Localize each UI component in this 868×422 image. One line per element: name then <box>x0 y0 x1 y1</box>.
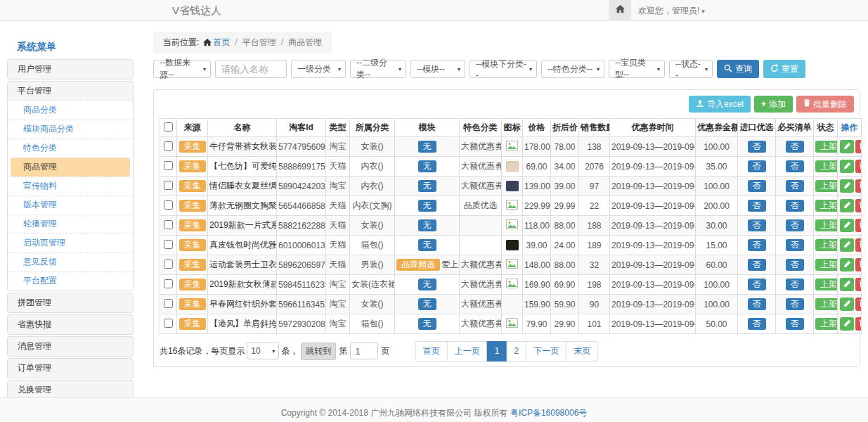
delete-button[interactable] <box>855 278 862 291</box>
page-button-1[interactable]: 1 <box>487 341 507 362</box>
status-badge[interactable]: 上架 <box>815 160 838 172</box>
filter-select[interactable]: --数据来源--▾ <box>153 60 211 78</box>
delete-button[interactable] <box>855 317 862 331</box>
row-checkbox[interactable] <box>164 279 173 288</box>
must-buy-badge[interactable]: 否 <box>786 298 804 310</box>
sidebar-item[interactable]: 意见反馈 <box>8 252 133 271</box>
sidebar-group-header[interactable]: 消息管理 <box>8 337 133 356</box>
reset-button[interactable]: 重置 <box>763 60 805 78</box>
filter-select[interactable]: --宝贝类型--▾ <box>609 60 665 78</box>
page-button-下一页[interactable]: 下一页 <box>526 341 566 362</box>
must-buy-badge[interactable]: 否 <box>786 180 804 192</box>
import-badge[interactable]: 否 <box>748 219 766 231</box>
sidebar-item[interactable]: 轮播管理 <box>8 215 133 234</box>
filter-select[interactable]: --模块下分类--▾ <box>469 60 537 78</box>
filter-select[interactable]: --状态--▾ <box>669 60 713 78</box>
search-button[interactable]: 查询 <box>717 60 759 78</box>
edit-button[interactable] <box>840 238 854 252</box>
edit-button[interactable] <box>840 317 854 331</box>
sidebar-item[interactable]: 版本管理 <box>8 196 133 215</box>
per-page-select[interactable]: 10▾ <box>247 343 279 359</box>
filter-select[interactable]: --二级分类--▾ <box>350 60 406 78</box>
row-checkbox[interactable] <box>164 200 173 210</box>
status-badge[interactable]: 上架 <box>815 279 838 290</box>
row-checkbox[interactable] <box>164 161 173 170</box>
sidebar-group-header[interactable]: 平台管理 <box>8 82 133 101</box>
row-checkbox[interactable] <box>164 299 173 308</box>
delete-button[interactable] <box>855 160 862 173</box>
status-badge[interactable]: 上架 <box>815 259 838 271</box>
import-badge[interactable]: 否 <box>748 239 766 251</box>
page-button-2[interactable]: 2 <box>507 341 527 362</box>
sidebar-group-header[interactable]: 订单管理 <box>8 359 133 378</box>
row-checkbox[interactable] <box>164 240 173 249</box>
sidebar-item[interactable]: 平台配置 <box>8 271 133 290</box>
row-checkbox[interactable] <box>164 141 173 151</box>
edit-button[interactable] <box>840 160 854 173</box>
edit-button[interactable] <box>840 278 854 291</box>
status-badge[interactable]: 上架 <box>815 200 838 212</box>
page-button-末页[interactable]: 末页 <box>566 341 598 362</box>
status-badge[interactable]: 上架 <box>815 239 838 251</box>
import-badge[interactable]: 否 <box>748 279 766 290</box>
home-button[interactable] <box>609 0 631 20</box>
sidebar-item[interactable]: 商品管理 <box>11 158 130 177</box>
page-number-input[interactable] <box>350 343 378 359</box>
edit-button[interactable] <box>840 179 854 193</box>
breadcrumb-home-link[interactable]: 首页 <box>213 37 230 47</box>
name-search-input[interactable] <box>215 60 287 78</box>
sidebar-item[interactable]: 商品分类 <box>8 101 133 120</box>
row-checkbox[interactable] <box>164 319 173 328</box>
must-buy-badge[interactable]: 否 <box>786 200 804 212</box>
delete-button[interactable] <box>855 179 862 193</box>
must-buy-badge[interactable]: 否 <box>786 279 804 290</box>
status-badge[interactable]: 上架 <box>815 141 838 153</box>
edit-button[interactable] <box>840 140 854 153</box>
edit-button[interactable] <box>840 258 854 271</box>
add-button[interactable]: + 添加 <box>754 96 793 113</box>
sidebar-group-header[interactable]: 兑换管理 <box>8 381 133 397</box>
sidebar-group-header[interactable]: 省惠快报 <box>8 315 133 334</box>
status-badge[interactable]: 上架 <box>815 318 838 330</box>
sidebar-item[interactable]: 宣传物料 <box>8 177 133 196</box>
batch-delete-button[interactable]: 批量删除 <box>796 96 854 113</box>
edit-button[interactable] <box>840 298 854 311</box>
sidebar-item[interactable]: 启动页管理 <box>8 234 133 252</box>
edit-button[interactable] <box>840 199 854 212</box>
delete-button[interactable] <box>855 199 862 212</box>
must-buy-badge[interactable]: 否 <box>786 141 804 153</box>
import-badge[interactable]: 否 <box>748 160 766 172</box>
jump-button[interactable]: 跳转到 <box>301 343 336 360</box>
row-checkbox[interactable] <box>164 181 173 190</box>
edit-button[interactable] <box>840 219 854 232</box>
import-badge[interactable]: 否 <box>748 141 766 153</box>
import-excel-button[interactable]: 导入excel <box>689 96 751 113</box>
page-button-上一页[interactable]: 上一页 <box>447 341 488 362</box>
delete-button[interactable] <box>855 238 862 252</box>
filter-select[interactable]: 一级分类▾ <box>291 60 346 78</box>
delete-button[interactable] <box>855 298 862 311</box>
sidebar-group-header[interactable]: 用户管理 <box>8 60 133 79</box>
import-badge[interactable]: 否 <box>748 318 766 330</box>
status-badge[interactable]: 上架 <box>815 219 838 231</box>
must-buy-badge[interactable]: 否 <box>786 318 804 330</box>
page-button-首页[interactable]: 首页 <box>415 341 448 362</box>
must-buy-badge[interactable]: 否 <box>786 219 804 231</box>
status-badge[interactable]: 上架 <box>815 298 838 310</box>
status-badge[interactable]: 上架 <box>815 180 838 192</box>
must-buy-badge[interactable]: 否 <box>786 259 804 271</box>
user-menu[interactable]: 欢迎您，管理员!▾ <box>638 0 705 22</box>
delete-button[interactable] <box>855 140 862 153</box>
import-badge[interactable]: 否 <box>748 200 766 212</box>
select-all-checkbox[interactable] <box>164 122 173 132</box>
row-checkbox[interactable] <box>164 260 173 269</box>
sidebar-item[interactable]: 模块商品分类 <box>8 120 133 139</box>
icp-link[interactable]: 粤ICP备16098006号 <box>510 408 587 418</box>
import-badge[interactable]: 否 <box>748 259 766 271</box>
must-buy-badge[interactable]: 否 <box>786 239 804 251</box>
filter-select[interactable]: --模块--▾ <box>410 60 465 78</box>
import-badge[interactable]: 否 <box>748 298 766 310</box>
sidebar-item[interactable]: 特色分类 <box>8 139 133 158</box>
filter-select[interactable]: --特色分类--▾ <box>541 60 604 78</box>
must-buy-badge[interactable]: 否 <box>786 160 804 172</box>
